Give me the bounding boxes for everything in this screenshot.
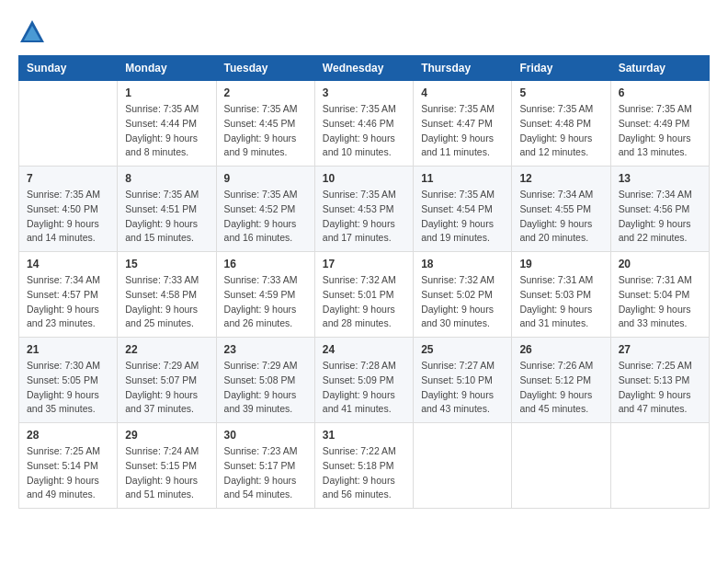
table-row: 20Sunrise: 7:31 AM Sunset: 5:04 PM Dayli… [610, 252, 709, 338]
day-number: 6 [619, 86, 701, 99]
day-number: 9 [224, 172, 307, 185]
table-row: 24Sunrise: 7:28 AM Sunset: 5:09 PM Dayli… [314, 338, 413, 423]
day-info: Sunrise: 7:25 AM Sunset: 5:14 PM Dayligh… [27, 444, 109, 502]
day-info: Sunrise: 7:35 AM Sunset: 4:46 PM Dayligh… [323, 102, 405, 160]
calendar-header: SundayMondayTuesdayWednesdayThursdayFrid… [19, 56, 710, 81]
day-info: Sunrise: 7:28 AM Sunset: 5:09 PM Dayligh… [323, 359, 405, 417]
day-number: 21 [27, 343, 109, 356]
day-number: 3 [323, 86, 405, 99]
day-info: Sunrise: 7:35 AM Sunset: 4:54 PM Dayligh… [421, 188, 504, 246]
table-row: 22Sunrise: 7:29 AM Sunset: 5:07 PM Dayli… [118, 338, 216, 423]
table-row: 5Sunrise: 7:35 AM Sunset: 4:48 PM Daylig… [512, 81, 610, 167]
table-row: 28Sunrise: 7:25 AM Sunset: 5:14 PM Dayli… [19, 423, 118, 509]
table-row: 17Sunrise: 7:32 AM Sunset: 5:01 PM Dayli… [314, 252, 413, 338]
day-number: 28 [27, 429, 109, 442]
table-row: 12Sunrise: 7:34 AM Sunset: 4:55 PM Dayli… [512, 167, 610, 252]
day-info: Sunrise: 7:31 AM Sunset: 5:03 PM Dayligh… [519, 273, 602, 331]
table-row: 16Sunrise: 7:33 AM Sunset: 4:59 PM Dayli… [216, 252, 314, 338]
day-number: 27 [619, 343, 701, 356]
table-row: 18Sunrise: 7:32 AM Sunset: 5:02 PM Dayli… [414, 252, 512, 338]
table-row: 19Sunrise: 7:31 AM Sunset: 5:03 PM Dayli… [512, 252, 610, 338]
week-row-2: 7Sunrise: 7:35 AM Sunset: 4:50 PM Daylig… [19, 167, 710, 252]
table-row: 1Sunrise: 7:35 AM Sunset: 4:44 PM Daylig… [118, 81, 216, 167]
day-number: 25 [421, 343, 504, 356]
day-info: Sunrise: 7:24 AM Sunset: 5:15 PM Dayligh… [125, 444, 208, 502]
weekday-monday: Monday [118, 56, 216, 81]
table-row [610, 423, 709, 509]
table-row: 15Sunrise: 7:33 AM Sunset: 4:58 PM Dayli… [118, 252, 216, 338]
day-info: Sunrise: 7:31 AM Sunset: 5:04 PM Dayligh… [619, 273, 701, 331]
weekday-wednesday: Wednesday [314, 56, 413, 81]
day-info: Sunrise: 7:35 AM Sunset: 4:50 PM Dayligh… [27, 188, 109, 246]
table-row: 9Sunrise: 7:35 AM Sunset: 4:52 PM Daylig… [216, 167, 314, 252]
table-row: 27Sunrise: 7:25 AM Sunset: 5:13 PM Dayli… [610, 338, 709, 423]
weekday-tuesday: Tuesday [216, 56, 314, 81]
table-row: 13Sunrise: 7:34 AM Sunset: 4:56 PM Dayli… [610, 167, 709, 252]
day-number: 13 [619, 172, 701, 185]
day-info: Sunrise: 7:33 AM Sunset: 4:59 PM Dayligh… [224, 273, 307, 331]
day-number: 8 [125, 172, 208, 185]
table-row: 21Sunrise: 7:30 AM Sunset: 5:05 PM Dayli… [19, 338, 118, 423]
day-info: Sunrise: 7:35 AM Sunset: 4:52 PM Dayligh… [224, 188, 307, 246]
week-row-1: 1Sunrise: 7:35 AM Sunset: 4:44 PM Daylig… [19, 81, 710, 167]
day-number: 22 [125, 343, 208, 356]
day-number: 1 [125, 86, 208, 99]
week-row-5: 28Sunrise: 7:25 AM Sunset: 5:14 PM Dayli… [19, 423, 710, 509]
day-number: 30 [224, 429, 307, 442]
table-row: 25Sunrise: 7:27 AM Sunset: 5:10 PM Dayli… [414, 338, 512, 423]
day-info: Sunrise: 7:26 AM Sunset: 5:12 PM Dayligh… [519, 359, 602, 417]
day-number: 12 [519, 172, 602, 185]
logo-icon [18, 18, 46, 46]
weekday-sunday: Sunday [19, 56, 118, 81]
week-row-3: 14Sunrise: 7:34 AM Sunset: 4:57 PM Dayli… [19, 252, 710, 338]
day-number: 23 [224, 343, 307, 356]
day-number: 31 [323, 429, 405, 442]
day-info: Sunrise: 7:22 AM Sunset: 5:18 PM Dayligh… [323, 444, 405, 502]
day-info: Sunrise: 7:34 AM Sunset: 4:56 PM Dayligh… [619, 188, 701, 246]
day-info: Sunrise: 7:29 AM Sunset: 5:07 PM Dayligh… [125, 359, 208, 417]
day-info: Sunrise: 7:27 AM Sunset: 5:10 PM Dayligh… [421, 359, 504, 417]
day-info: Sunrise: 7:35 AM Sunset: 4:49 PM Dayligh… [619, 102, 701, 160]
day-number: 29 [125, 429, 208, 442]
weekday-saturday: Saturday [610, 56, 709, 81]
weekday-header-row: SundayMondayTuesdayWednesdayThursdayFrid… [19, 56, 710, 81]
day-info: Sunrise: 7:33 AM Sunset: 4:58 PM Dayligh… [125, 273, 208, 331]
calendar-table: SundayMondayTuesdayWednesdayThursdayFrid… [18, 55, 710, 509]
day-number: 14 [27, 258, 109, 270]
day-number: 16 [224, 258, 307, 270]
table-row [414, 423, 512, 509]
day-number: 19 [519, 258, 602, 270]
day-number: 5 [519, 86, 602, 99]
day-number: 24 [323, 343, 405, 356]
table-row: 14Sunrise: 7:34 AM Sunset: 4:57 PM Dayli… [19, 252, 118, 338]
day-info: Sunrise: 7:35 AM Sunset: 4:51 PM Dayligh… [125, 188, 208, 246]
page-header [18, 18, 710, 46]
day-number: 17 [323, 258, 405, 270]
table-row: 23Sunrise: 7:29 AM Sunset: 5:08 PM Dayli… [216, 338, 314, 423]
table-row: 29Sunrise: 7:24 AM Sunset: 5:15 PM Dayli… [118, 423, 216, 509]
day-info: Sunrise: 7:32 AM Sunset: 5:01 PM Dayligh… [323, 273, 405, 331]
day-number: 18 [421, 258, 504, 270]
day-info: Sunrise: 7:35 AM Sunset: 4:44 PM Dayligh… [125, 102, 208, 160]
day-number: 26 [519, 343, 602, 356]
day-number: 10 [323, 172, 405, 185]
day-number: 11 [421, 172, 504, 185]
table-row: 6Sunrise: 7:35 AM Sunset: 4:49 PM Daylig… [610, 81, 709, 167]
day-info: Sunrise: 7:34 AM Sunset: 4:55 PM Dayligh… [519, 188, 602, 246]
table-row: 8Sunrise: 7:35 AM Sunset: 4:51 PM Daylig… [118, 167, 216, 252]
day-info: Sunrise: 7:25 AM Sunset: 5:13 PM Dayligh… [619, 359, 701, 417]
day-number: 20 [619, 258, 701, 270]
table-row: 11Sunrise: 7:35 AM Sunset: 4:54 PM Dayli… [414, 167, 512, 252]
table-row [19, 81, 118, 167]
table-row: 7Sunrise: 7:35 AM Sunset: 4:50 PM Daylig… [19, 167, 118, 252]
table-row [512, 423, 610, 509]
weekday-thursday: Thursday [414, 56, 512, 81]
day-info: Sunrise: 7:35 AM Sunset: 4:48 PM Dayligh… [519, 102, 602, 160]
table-row: 30Sunrise: 7:23 AM Sunset: 5:17 PM Dayli… [216, 423, 314, 509]
table-row: 3Sunrise: 7:35 AM Sunset: 4:46 PM Daylig… [314, 81, 413, 167]
day-info: Sunrise: 7:29 AM Sunset: 5:08 PM Dayligh… [224, 359, 307, 417]
table-row: 2Sunrise: 7:35 AM Sunset: 4:45 PM Daylig… [216, 81, 314, 167]
table-row: 31Sunrise: 7:22 AM Sunset: 5:18 PM Dayli… [314, 423, 413, 509]
weekday-friday: Friday [512, 56, 610, 81]
logo [18, 18, 50, 46]
